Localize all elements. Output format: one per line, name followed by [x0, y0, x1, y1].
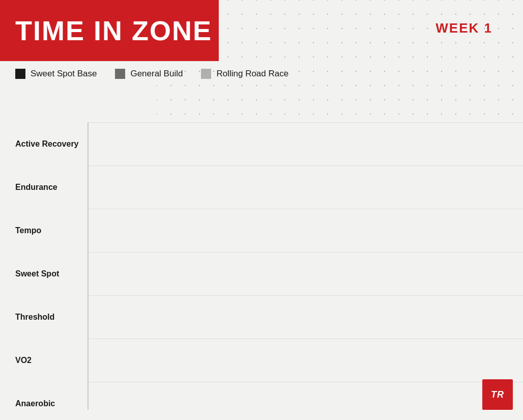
zone-line-sweet-spot [89, 252, 523, 253]
zone-label-text-endurance: Endurance [15, 183, 57, 192]
zone-label-text-active-recovery: Active Recovery [15, 139, 79, 149]
zone-line-threshold [89, 295, 523, 296]
legend-item-sweet-spot-base: Sweet Spot Base [15, 69, 97, 79]
zone-line-anaerobic [89, 382, 523, 382]
tr-logo: TR [482, 379, 513, 410]
zones-container: Active RecoveryEnduranceTempoSweet SpotT… [0, 122, 88, 420]
zone-label-sweet-spot: Sweet Spot [0, 252, 88, 295]
legend: Sweet Spot BaseGeneral BuildRolling Road… [15, 69, 288, 79]
zone-label-text-vo2: VO2 [15, 356, 32, 365]
zone-line-tempo [89, 209, 523, 209]
zone-label-endurance: Endurance [0, 165, 88, 209]
zone-label-text-threshold: Threshold [15, 313, 54, 322]
zone-line-active-recovery [89, 122, 523, 123]
tr-logo-text: TR [491, 389, 504, 400]
header-bar: TIME IN ZONE [0, 0, 219, 61]
zone-line-endurance [89, 165, 523, 166]
zone-line-vo2 [89, 339, 523, 339]
zone-label-vo2: VO2 [0, 339, 88, 382]
zone-label-text-tempo: Tempo [15, 226, 41, 235]
legend-label-sweet-spot-base: Sweet Spot Base [31, 69, 97, 79]
zone-label-anaerobic: Anaerobic [0, 382, 88, 420]
legend-label-rolling-road-race: Rolling Road Race [216, 69, 288, 79]
zone-label-threshold: Threshold [0, 295, 88, 339]
zone-label-text-sweet-spot: Sweet Spot [15, 269, 59, 278]
zone-label-tempo: Tempo [0, 209, 88, 252]
legend-item-general-build: General Build [115, 69, 183, 79]
legend-swatch-sweet-spot-base [15, 69, 25, 79]
week-label: WEEK 1 [435, 20, 492, 36]
zone-label-active-recovery: Active Recovery [0, 122, 88, 165]
chart-area [89, 122, 523, 420]
legend-swatch-rolling-road-race [201, 69, 211, 79]
page-title: TIME IN ZONE [15, 17, 212, 44]
zone-label-text-anaerobic: Anaerobic [15, 399, 55, 408]
legend-label-general-build: General Build [130, 69, 183, 79]
legend-item-rolling-road-race: Rolling Road Race [201, 69, 288, 79]
legend-swatch-general-build [115, 69, 125, 79]
vertical-divider [88, 122, 89, 410]
